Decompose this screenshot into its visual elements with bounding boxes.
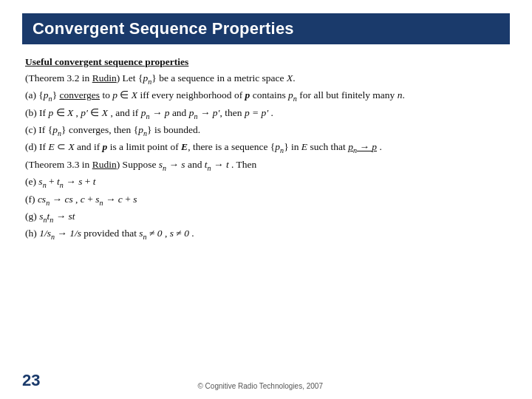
slide-number: 23 [22, 371, 40, 390]
item-d: (d) If E ⊂ X and if p is a limit point o… [25, 140, 507, 156]
item-g: (g) sntn → st [25, 209, 507, 225]
item-b: (b) If p ∈ X , p′ ∈ X , and if pn → p an… [25, 106, 507, 122]
item-h: (h) 1/sn → 1/s provided that sn ≠ 0 , s … [25, 226, 507, 242]
theorem-32: (Theorem 3.2 in Rudin) Let {pn} be a seq… [25, 71, 507, 87]
copyright-text: © Cognitive Radio Technologies, 2007 [40, 382, 480, 390]
item-f: (f) csn → cs , c + sn → c + s [25, 192, 507, 208]
section-header: Useful convergent sequence properties [25, 55, 507, 70]
item-c: (c) If {pn} converges, then {pn} is boun… [25, 123, 507, 139]
slide-content: Useful convergent sequence properties (T… [22, 55, 510, 368]
theorem-33: (Theorem 3.3 in Rudin) Suppose sn → s an… [25, 157, 507, 174]
slide: Convergent Sequence Properties Useful co… [0, 0, 532, 399]
footer: 23 © Cognitive Radio Technologies, 2007 [22, 368, 510, 392]
item-e: (e) sn + tn → s + t [25, 174, 507, 191]
slide-title: Convergent Sequence Properties [22, 13, 510, 44]
item-a: (a) {pn} converges to p ∈ X iff every ne… [25, 88, 507, 104]
